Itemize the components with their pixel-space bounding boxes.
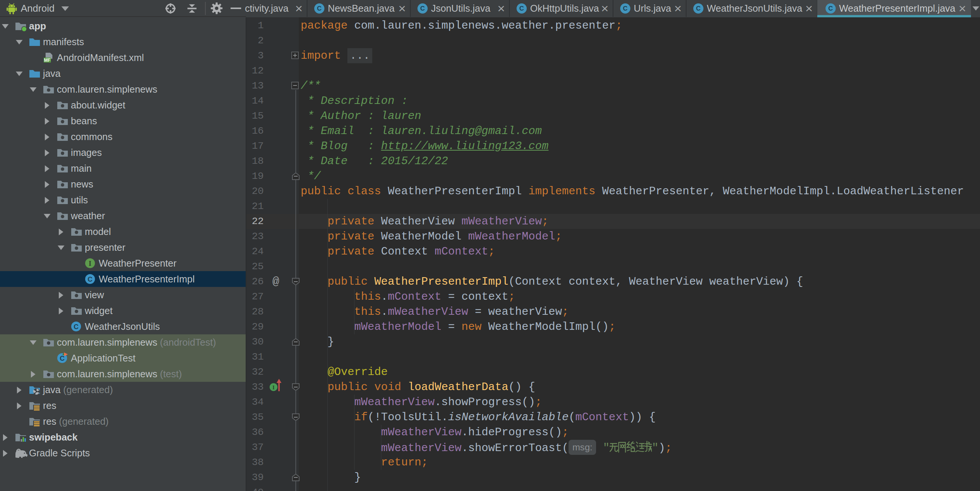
svg-text:MF: MF: [44, 57, 51, 63]
svg-text:I: I: [272, 385, 275, 391]
svg-text:C: C: [60, 355, 65, 362]
svg-text:I: I: [89, 259, 91, 267]
svg-text:C: C: [88, 276, 93, 283]
svg-text:C: C: [74, 323, 79, 331]
